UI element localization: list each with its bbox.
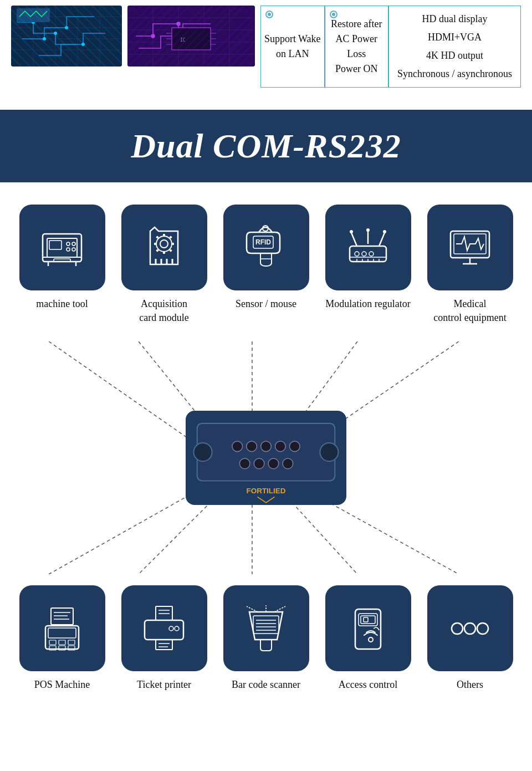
medical-icon (445, 223, 495, 273)
sensor-mouse-item: RFID Sensor / mouse (222, 205, 310, 311)
feature-wake-on-lan: Support Wake on LAN (260, 6, 325, 88)
ac-power-text: Restore after AC Power Loss Power ON (328, 17, 386, 76)
svg-text:IC: IC (180, 38, 186, 43)
sensor-mouse-icon-box: RFID (223, 205, 309, 290)
svg-rect-128 (253, 616, 279, 634)
sync-async-text: Synchronous / asynchronous (397, 67, 512, 81)
wake-on-lan-text: Support Wake on LAN (264, 32, 321, 62)
top-features: Support Wake on LAN Restore after AC Pow… (260, 6, 521, 88)
connector-center: FORTILIED (186, 411, 346, 505)
svg-point-41 (72, 248, 75, 251)
svg-rect-14 (17, 8, 50, 22)
ticket-printer-icon-box (121, 585, 207, 671)
svg-point-38 (66, 242, 70, 246)
svg-point-11 (43, 37, 46, 40)
svg-text:FORTILIED: FORTILIED (247, 487, 286, 496)
svg-point-73 (369, 252, 374, 256)
svg-point-9 (32, 21, 35, 24)
svg-point-101 (239, 458, 250, 469)
svg-point-96 (232, 441, 243, 452)
modulation-regulator-item: Modulation regulator (324, 205, 412, 311)
svg-rect-112 (49, 640, 56, 645)
medical-control-label: Medical control equipment (433, 297, 506, 325)
access-control-icon-box (325, 585, 411, 671)
circuit-image-2: IC (127, 6, 255, 67)
barcode-scanner-icon-box (223, 585, 309, 671)
svg-point-51 (160, 240, 168, 248)
svg-point-26 (181, 34, 185, 38)
svg-point-142 (464, 623, 475, 634)
modulation-regulator-label: Modulation regulator (325, 297, 410, 311)
svg-rect-0 (11, 6, 122, 67)
others-icon-box (427, 585, 513, 671)
svg-point-94 (194, 443, 212, 461)
svg-point-72 (362, 252, 366, 256)
pos-icon (37, 604, 87, 653)
svg-point-141 (452, 623, 463, 634)
acquisition-card-icon-box (121, 205, 207, 290)
top-section: IC Support Wake on LAN Restore afte (0, 0, 532, 99)
barcode-scanner-item: Bar code scanner (222, 585, 310, 692)
medical-control-icon-box (427, 205, 513, 290)
svg-point-102 (254, 458, 264, 469)
access-control-label: Access control (339, 678, 397, 692)
svg-point-40 (66, 248, 70, 251)
svg-rect-54 (154, 243, 157, 245)
machine-tool-icon-box (19, 205, 105, 290)
svg-line-66 (379, 233, 385, 246)
svg-rect-125 (156, 640, 172, 650)
svg-point-39 (72, 242, 75, 246)
others-icon (445, 604, 495, 653)
acquisition-card-label: Acquisition card module (139, 297, 188, 325)
svg-line-64 (351, 233, 357, 246)
svg-point-68 (366, 228, 370, 232)
svg-rect-15 (127, 6, 255, 67)
svg-rect-106 (51, 608, 73, 625)
hd-dual-display-text: HD dual display (422, 12, 488, 27)
others-label: Others (457, 678, 483, 692)
access-icon (343, 604, 393, 653)
svg-line-135 (274, 606, 285, 612)
svg-rect-27 (172, 28, 211, 50)
svg-point-71 (355, 252, 359, 256)
banner-section: Dual COM-RS232 (0, 110, 532, 182)
access-control-item: Access control (324, 585, 412, 692)
barcode-scanner-label: Bar code scanner (232, 678, 300, 692)
svg-point-50 (156, 236, 172, 252)
svg-text:RFID: RFID (255, 238, 271, 246)
svg-rect-113 (59, 640, 65, 645)
svg-point-25 (177, 22, 180, 25)
bullet-2 (330, 11, 337, 18)
circuit-image-1 (11, 6, 122, 67)
pos-machine-label: POS Machine (34, 678, 90, 692)
connector-section: FORTILIED (0, 341, 532, 574)
db9-connector-svg: FORTILIED (186, 411, 346, 505)
svg-point-123 (175, 626, 179, 631)
svg-rect-53 (163, 251, 165, 254)
svg-point-67 (350, 230, 353, 233)
router-icon (343, 223, 393, 273)
machine-tool-label: machine tool (36, 297, 88, 311)
feature-display: HD dual display HDMI+VGA 4K HD output Sy… (388, 6, 521, 88)
svg-rect-111 (48, 628, 76, 638)
ticket-printer-item: Ticket printer (120, 585, 208, 692)
pos-machine-item: POS Machine (18, 585, 106, 692)
svg-point-69 (383, 230, 386, 233)
svg-rect-37 (49, 241, 62, 249)
svg-rect-121 (145, 620, 183, 640)
svg-rect-114 (68, 640, 75, 645)
top-images: IC (11, 6, 255, 67)
top-icons-section: machine tool (0, 182, 532, 336)
machine-tool-item: machine tool (18, 205, 106, 311)
sensor-mouse-label: Sensor / mouse (236, 297, 296, 311)
4k-output-text: 4K HD output (426, 48, 483, 63)
svg-point-140 (369, 637, 373, 642)
acquisition-card-icon (139, 223, 189, 273)
svg-point-98 (261, 441, 272, 452)
svg-point-99 (275, 441, 286, 452)
svg-point-100 (289, 441, 300, 452)
svg-rect-136 (355, 609, 381, 649)
svg-point-143 (477, 623, 488, 634)
scanner-icon (241, 604, 291, 653)
pos-machine-icon-box (19, 585, 105, 671)
